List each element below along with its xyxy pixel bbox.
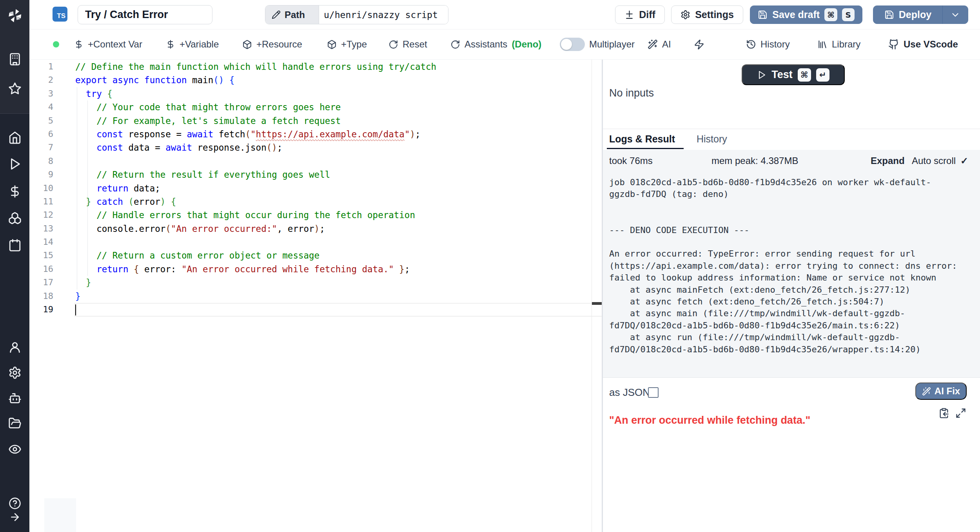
sidebar xyxy=(0,0,29,532)
user-icon[interactable] xyxy=(8,341,22,354)
overview-ruler-cursor-marker xyxy=(592,302,602,305)
result-value: "An error occurred while fetching data." xyxy=(609,414,810,426)
history-button[interactable]: History xyxy=(746,29,790,59)
as-json-checkbox[interactable] xyxy=(648,387,659,398)
code-line[interactable]: 8 xyxy=(29,155,602,168)
code-line[interactable]: 16 return { error: "An error occurred wh… xyxy=(29,262,602,276)
tab-history[interactable]: History xyxy=(697,133,727,145)
expand-logs-button[interactable]: Expand xyxy=(871,155,905,166)
code-line[interactable]: 11 } catch (error) { xyxy=(29,195,602,208)
code-line[interactable]: 4 // Your code that might throw errors g… xyxy=(29,100,602,114)
robot-icon[interactable] xyxy=(8,392,22,405)
copy-result-button[interactable] xyxy=(938,408,949,419)
code-line[interactable]: 5 // For example, let's simulate a fetch… xyxy=(29,114,602,128)
code-line[interactable]: 17 } xyxy=(29,276,602,289)
multiplayer-toggle[interactable] xyxy=(560,38,585,51)
code-line[interactable]: 9 // Return the result if everything goe… xyxy=(29,168,602,181)
code-line[interactable]: 2export async function main() { xyxy=(29,73,602,87)
add-variable-button[interactable]: +Variable xyxy=(166,29,219,59)
assistants-label: Assistants xyxy=(465,39,507,50)
github-icon xyxy=(888,39,899,50)
dollar-icon xyxy=(166,40,175,49)
test-button[interactable]: Test ⌘ ↵ xyxy=(742,64,845,85)
wand-sparkles-icon xyxy=(922,387,931,396)
path-label: Path xyxy=(285,9,305,20)
gear-icon[interactable] xyxy=(8,366,22,379)
assistants-button[interactable]: Assistants (Deno) xyxy=(450,29,541,59)
code-line[interactable]: 18} xyxy=(29,290,602,303)
dollar-icon[interactable] xyxy=(8,185,22,198)
code-lines: 1// Define the main function which will … xyxy=(29,60,602,316)
help-circle-icon[interactable] xyxy=(9,497,21,510)
package-icon xyxy=(242,40,252,49)
library-button[interactable]: Library xyxy=(817,29,860,59)
multiplayer-label: Multiplayer xyxy=(589,39,635,50)
add-resource-button[interactable]: +Resource xyxy=(242,29,302,59)
settings-button[interactable]: Settings xyxy=(671,5,743,24)
add-context-var-button[interactable]: +Context Var xyxy=(74,29,142,59)
script-title-input[interactable] xyxy=(78,5,212,24)
save-icon xyxy=(758,10,768,20)
boxes-icon[interactable] xyxy=(8,211,22,225)
overview-ruler[interactable] xyxy=(592,60,592,532)
assistants-language: (Deno) xyxy=(512,39,541,50)
cmd-key-badge: ⌘ xyxy=(798,68,811,82)
code-line[interactable]: 10 return data; xyxy=(29,182,602,195)
autoscroll-label[interactable]: Auto scroll xyxy=(912,155,956,166)
add-type-button[interactable]: +Type xyxy=(327,29,367,59)
tab-logs-result[interactable]: Logs & Result xyxy=(609,133,675,145)
ai-fix-button[interactable]: AI Fix xyxy=(915,383,967,400)
eye-icon[interactable] xyxy=(8,443,22,456)
pencil-icon xyxy=(272,10,281,19)
bolt-button[interactable] xyxy=(694,29,704,59)
home-icon[interactable] xyxy=(8,131,22,144)
autoscroll-check-icon[interactable]: ✓ xyxy=(960,155,968,166)
diff-button[interactable]: Diff xyxy=(615,5,665,24)
folder-open-icon[interactable] xyxy=(8,417,22,430)
play-icon[interactable] xyxy=(8,157,22,171)
save-icon xyxy=(884,10,894,20)
duration-stat: took 76ms xyxy=(609,155,653,166)
status-dot xyxy=(53,41,59,47)
code-line[interactable]: 13 console.error("An error occurred:", e… xyxy=(29,222,602,235)
building-icon[interactable] xyxy=(8,53,22,66)
cmd-key-badge: ⌘ xyxy=(824,8,837,21)
arrow-right-icon[interactable] xyxy=(9,511,21,523)
path-label-segment[interactable]: Path xyxy=(265,5,319,24)
editor-toolbar: +Context Var +Variable +Resource +Type R… xyxy=(29,29,980,60)
deploy-dropdown[interactable] xyxy=(943,10,968,20)
wand-sparkles-icon xyxy=(648,39,658,49)
history-label: History xyxy=(760,39,790,50)
code-line[interactable]: 12 // Handle errors that might occur dur… xyxy=(29,208,602,222)
use-vscode-button[interactable]: Use VScode xyxy=(888,29,958,59)
windmill-logo-icon[interactable] xyxy=(6,7,24,25)
code-line[interactable]: 7 const data = await response.json(); xyxy=(29,141,602,154)
gear-icon xyxy=(681,10,690,20)
ai-fix-label: AI Fix xyxy=(935,386,960,397)
reset-button[interactable]: Reset xyxy=(388,29,427,59)
code-line[interactable]: 6 const response = await fetch("https://… xyxy=(29,128,602,141)
code-line[interactable]: 14 xyxy=(29,235,602,249)
path-input[interactable] xyxy=(319,5,448,24)
memory-stat: mem peak: 4.387MB xyxy=(711,155,798,166)
calendar-icon[interactable] xyxy=(8,239,22,252)
star-icon[interactable] xyxy=(8,82,22,95)
code-editor[interactable]: 1// Define the main function which will … xyxy=(29,60,602,532)
code-line[interactable]: 19 xyxy=(29,303,602,316)
editor-bottom-decoration xyxy=(44,498,76,532)
code-line[interactable]: 15 // Return a custom error object or me… xyxy=(29,249,602,262)
save-draft-button[interactable]: Save draft ⌘ S xyxy=(750,5,862,24)
deploy-button[interactable]: Deploy xyxy=(873,5,968,24)
expand-result-button[interactable] xyxy=(955,408,966,419)
refresh-icon xyxy=(450,40,460,49)
app-root: TS Path Diff Settings Save draft ⌘ S xyxy=(0,0,980,532)
ai-button[interactable]: AI xyxy=(648,29,671,59)
as-json-label: as JSON xyxy=(609,386,650,399)
no-inputs-text: No inputs xyxy=(609,87,654,99)
code-line[interactable]: 1// Define the main function which will … xyxy=(29,60,602,73)
run-stats-row: took 76ms mem peak: 4.387MB Expand Auto … xyxy=(603,150,980,172)
library-label: Library xyxy=(832,39,860,50)
code-line[interactable]: 3 try { xyxy=(29,87,602,100)
deploy-label: Deploy xyxy=(899,9,931,20)
log-output: job 018c20cd-a1b5-bd6b-0d80-f1b9d4c35e26… xyxy=(609,177,957,355)
